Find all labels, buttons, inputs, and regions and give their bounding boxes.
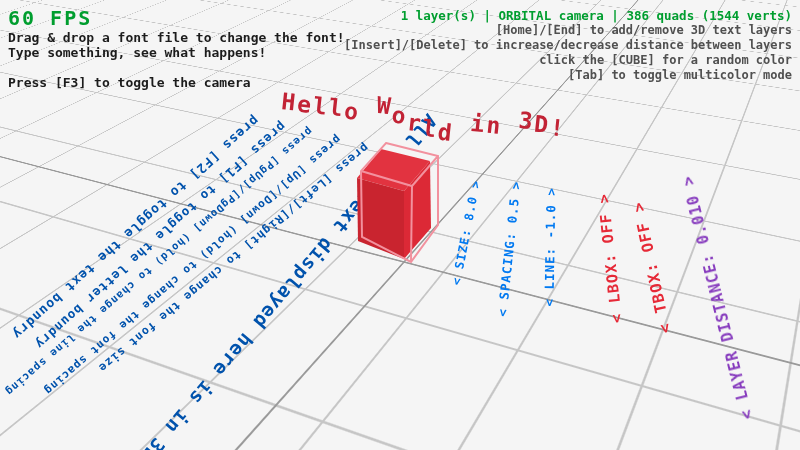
fps-counter: 60 FPS [8, 6, 92, 30]
hint-line: [Home]/[End] to add/remove 3D text layer… [344, 23, 792, 38]
spacer [8, 60, 345, 75]
hud-hints-right: 1 layer(s) | ORBITAL camera | 386 quads … [344, 8, 792, 83]
hint-line: Type something, see what happens! [8, 45, 345, 60]
hint-line: Drag & drop a font file to change the fo… [8, 30, 345, 45]
hint-line: [Tab] to toggle multicolor mode [344, 68, 792, 83]
hint-line: [Insert]/[Delete] to increase/decrease d… [344, 38, 792, 53]
text-draw-3d-app: All the text displayed here is in 3D! pr… [0, 0, 800, 450]
control-readout: < LINE: -1.0 > [542, 187, 559, 307]
status-bar: 1 layer(s) | ORBITAL camera | 386 quads … [344, 8, 792, 23]
hint-line: Press [F3] to toggle the camera [8, 75, 345, 90]
hint-line: click the [CUBE] for a random color [344, 53, 792, 68]
wave-char: ! [549, 114, 567, 142]
wave-char: d [437, 119, 455, 147]
wave-char [501, 111, 519, 139]
hud-hints-left: Drag & drop a font file to change the fo… [8, 30, 345, 90]
wave-char [359, 96, 377, 124]
